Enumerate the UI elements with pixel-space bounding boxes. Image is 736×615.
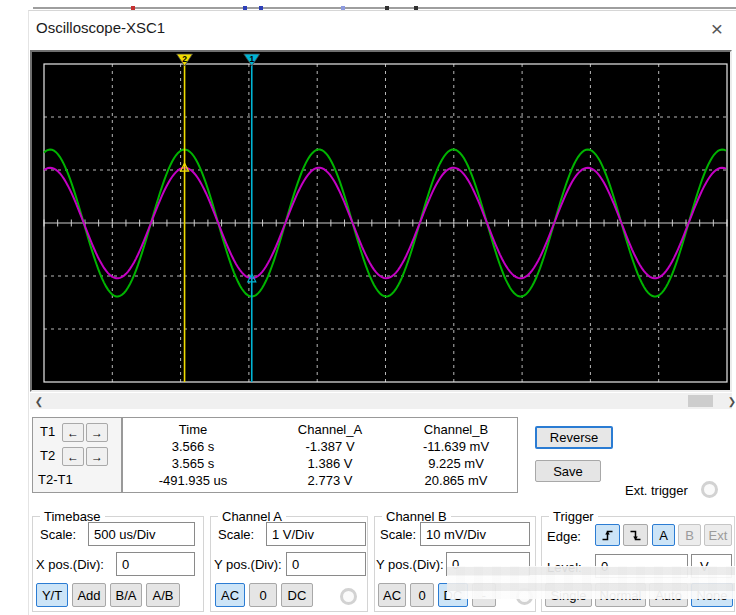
table-row-t2: 3.565 s 1.386 V 9.225 mV (123, 455, 517, 472)
save-button[interactable]: Save (535, 460, 601, 482)
window-title: Oscilloscope-XSC1 (36, 19, 165, 36)
scroll-right-button[interactable]: ❯ (726, 394, 736, 408)
arrow-left-icon: ← (67, 426, 79, 440)
scope-screen: 21 (30, 50, 732, 392)
trigger-falling-edge-button[interactable] (623, 524, 648, 546)
diff-channel-a: 2.773 V (263, 473, 397, 488)
watermark-blur (447, 566, 735, 599)
timebase-mode-ab-button[interactable]: A/B (146, 583, 180, 607)
trigger-rising-edge-button[interactable] (595, 524, 620, 546)
col-header-time: Time (123, 422, 263, 437)
channel-a-coupling-dc-button[interactable]: DC (281, 583, 313, 607)
arrow-right-icon: → (91, 426, 103, 440)
falling-edge-icon (629, 529, 642, 542)
table-row-t2-t1: -491.935 us 2.773 V 20.865 mV (123, 472, 517, 489)
reverse-button[interactable]: Reverse (535, 426, 613, 449)
trigger-source-ext-button[interactable]: Ext (704, 524, 732, 546)
trigger-source-a-button[interactable]: A (652, 524, 675, 546)
channel-a-coupling-0-button[interactable]: 0 (249, 583, 277, 607)
t1-right-button[interactable]: → (86, 423, 108, 442)
channel-b-coupling-0-button[interactable]: 0 (410, 583, 434, 607)
arrow-left-icon: ← (67, 450, 79, 464)
t2-label: T2 (40, 448, 55, 463)
trigger-source-b-button[interactable]: B (678, 524, 701, 546)
t2-channel-a: 1.386 V (263, 456, 397, 471)
col-header-channel-b: Channel_B (397, 422, 515, 437)
table-header-row: Time Channel_A Channel_B (123, 421, 517, 438)
channel-b-scale-input[interactable] (420, 522, 530, 546)
channel-a-scale-label: Scale: (218, 527, 254, 542)
ext-trigger-label: Ext. trigger (625, 483, 688, 498)
timebase-xpos-input[interactable] (116, 552, 195, 576)
timebase-scale-input[interactable] (88, 522, 195, 546)
svg-text:1: 1 (249, 54, 254, 64)
close-icon: × (711, 17, 723, 41)
t1-channel-b: -11.639 mV (397, 439, 515, 454)
timebase-mode-yt-button[interactable]: Y/T (36, 583, 68, 607)
arrow-right-icon: → (91, 450, 103, 464)
diff-channel-b: 20.865 mV (397, 473, 515, 488)
svg-text:2: 2 (182, 54, 187, 64)
t1-channel-a: -1.387 V (263, 439, 397, 454)
timebase-scale-label: Scale: (40, 527, 76, 542)
diff-time: -491.935 us (123, 473, 263, 488)
channel-a-ypos-label: Y pos.(Div): (214, 557, 282, 572)
timebase-mode-ba-button[interactable]: B/A (110, 583, 142, 607)
t2-left-button[interactable]: ← (62, 447, 84, 466)
close-button[interactable]: × (702, 15, 732, 43)
t2-t1-label: T2-T1 (38, 472, 73, 487)
t2-right-button[interactable]: → (86, 447, 108, 466)
chevron-left-icon: ❮ (35, 396, 43, 407)
horizontal-scrollbar (30, 393, 732, 409)
channel-a-ypos-input[interactable] (286, 552, 366, 576)
ext-trigger-indicator (701, 481, 718, 498)
oscilloscope-app: Oscilloscope-XSC1 × 21 ❮ ❯ T1 ← → T2 ← →… (0, 0, 736, 615)
channel-a-scale-input[interactable] (266, 522, 366, 546)
scroll-thumb[interactable] (688, 395, 713, 407)
channel-a-coupling-ac-button[interactable]: AC (215, 583, 245, 607)
scroll-left-button[interactable]: ❮ (33, 394, 45, 408)
t1-label: T1 (40, 424, 55, 439)
t1-time: 3.566 s (123, 439, 263, 454)
measurement-table: Time Channel_A Channel_B 3.566 s -1.387 … (122, 417, 518, 493)
channel-a-indicator (340, 588, 357, 605)
channel-b-coupling-ac-button[interactable]: AC (378, 583, 406, 607)
trigger-group-title: Trigger (549, 509, 598, 524)
channel-b-scale-label: Scale: (380, 527, 416, 542)
trigger-edge-label: Edge: (547, 529, 581, 544)
table-row-t1: 3.566 s -1.387 V -11.639 mV (123, 438, 517, 455)
timebase-mode-add-button[interactable]: Add (72, 583, 106, 607)
col-header-channel-a: Channel_A (263, 422, 397, 437)
rising-edge-icon (601, 529, 614, 542)
t2-channel-b: 9.225 mV (397, 456, 515, 471)
chevron-right-icon: ❯ (728, 396, 736, 407)
t1-left-button[interactable]: ← (62, 423, 84, 442)
t2-time: 3.565 s (123, 456, 263, 471)
channel-b-ypos-label: Y pos.(Div): (376, 557, 444, 572)
timebase-xpos-label: X pos.(Div): (36, 557, 104, 572)
